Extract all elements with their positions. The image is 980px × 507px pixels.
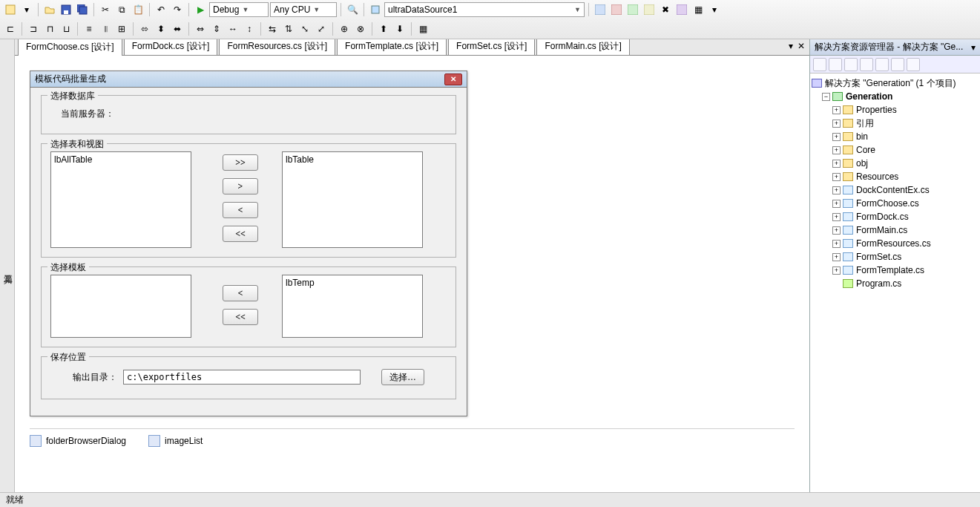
spacing-icon[interactable]: ⇔ (193, 22, 208, 36)
panel-dropdown-icon[interactable]: ▾ (971, 42, 976, 53)
solution-explorer-header[interactable]: 解决方案资源管理器 - 解决方案 "Ge... ▾ (810, 39, 980, 56)
align-left-icon[interactable]: ⊏ (3, 22, 18, 36)
center-icon[interactable]: ⊕ (337, 22, 352, 36)
center-icon[interactable]: ⊗ (353, 22, 368, 36)
button-template-all-left[interactable]: << (223, 309, 258, 325)
size-icon[interactable]: ⬍ (154, 22, 168, 36)
expand-icon[interactable]: + (832, 200, 841, 208)
button-move-all-right[interactable]: >> (223, 154, 258, 171)
tree-row-item[interactable]: +Core (812, 143, 979, 157)
output-dir-input[interactable] (123, 370, 361, 385)
platform-combo[interactable]: Any CPU▼ (270, 2, 337, 17)
form-close-button[interactable]: ✕ (444, 73, 462, 85)
panel-btn-6[interactable] (891, 58, 904, 71)
tab-overflow-icon[interactable]: ▾ (789, 41, 793, 51)
tree-row-item[interactable]: +FormMain.cs (812, 223, 979, 237)
spacing-icon[interactable]: ⇅ (281, 22, 296, 36)
collapse-icon[interactable]: − (822, 93, 830, 101)
expand-icon[interactable]: + (832, 160, 841, 168)
tree-row-item[interactable]: +FormTemplate.cs (812, 264, 979, 277)
order-icon[interactable]: ⬇ (392, 22, 407, 36)
spacing-icon[interactable]: ⇕ (209, 22, 224, 36)
tree-row-item[interactable]: +FormDock.cs (812, 210, 979, 223)
tab-formresources[interactable]: FormResources.cs [设计] (219, 39, 335, 55)
spacing-icon[interactable]: ↕ (242, 22, 257, 36)
cut-icon[interactable]: ✂ (98, 2, 113, 17)
tray-folder-browser-dialog[interactable]: folderBrowserDialog (30, 435, 126, 447)
panel-btn-2[interactable] (829, 58, 842, 71)
tree-row-item[interactable]: +bin (812, 130, 979, 143)
expand-icon[interactable]: + (832, 146, 841, 154)
tree-row-item[interactable]: +FormSet.cs (812, 250, 979, 264)
solution-tree[interactable]: 解决方案 "Generation" (1 个项目) − Generation +… (810, 73, 980, 492)
button-template-left[interactable]: < (223, 285, 258, 301)
tab-formmain[interactable]: FormMain.cs [设计] (536, 39, 629, 55)
save-icon[interactable] (59, 2, 73, 17)
undo-icon[interactable]: ↶ (154, 2, 168, 17)
tab-formdock[interactable]: FormDock.cs [设计] (124, 39, 218, 55)
form-designer-surface[interactable]: 模板代码批量生成 ✕ 选择数据库 当前服务器： 选择表和视图 lbAllTabl… (15, 56, 809, 492)
button-move-left[interactable]: < (223, 202, 258, 218)
toolbox-icon-5[interactable]: ✖ (658, 2, 673, 17)
expand-icon[interactable]: + (832, 213, 841, 221)
toolbox-icon-3[interactable] (625, 2, 640, 17)
expand-icon[interactable]: + (832, 120, 841, 128)
listbox-selected-tables[interactable]: lbTable (282, 151, 423, 248)
redo-icon[interactable]: ↷ (170, 2, 185, 17)
toolbox-icon-6[interactable] (674, 2, 689, 17)
size-icon[interactable]: ⬄ (137, 22, 152, 36)
spacing-icon[interactable]: ⤡ (297, 22, 312, 36)
spacing-icon[interactable]: ⤢ (314, 22, 329, 36)
tree-row-project[interactable]: − Generation (812, 90, 979, 103)
size-icon[interactable]: ⬌ (170, 22, 185, 36)
toolbox-icon-2[interactable] (609, 2, 624, 17)
find-icon[interactable]: 🔍 (345, 2, 360, 17)
form-titlebar[interactable]: 模板代码批量生成 ✕ (30, 71, 467, 88)
config-combo[interactable]: Debug▼ (209, 2, 269, 17)
tree-row-item[interactable]: +FormChoose.cs (812, 197, 979, 210)
tree-row-item[interactable]: +引用 (812, 117, 979, 130)
expand-icon[interactable]: + (832, 240, 841, 248)
expand-icon[interactable]: + (832, 266, 841, 275)
align-icon[interactable]: ⊔ (59, 22, 73, 36)
toolbox-icon-7[interactable]: ▦ (691, 2, 706, 17)
toolbox-strip[interactable]: 工具箱 (0, 39, 15, 492)
tab-formset[interactable]: FormSet.cs [设计] (448, 39, 535, 55)
save-all-icon[interactable] (75, 2, 90, 17)
tree-row-item[interactable]: Program.cs (812, 277, 979, 290)
start-debug-icon[interactable]: ▶ (193, 2, 208, 17)
tab-formchoose[interactable]: FormChoose.cs [设计] (18, 39, 122, 56)
align-icon[interactable]: ⫴ (98, 22, 113, 36)
dropdown-icon[interactable]: ▾ (707, 2, 722, 17)
panel-btn-5[interactable] (875, 58, 889, 71)
paste-icon[interactable]: 📋 (131, 2, 145, 17)
expand-icon[interactable]: + (832, 253, 841, 261)
tree-row-item[interactable]: +obj (812, 157, 979, 170)
spacing-icon[interactable]: ↔ (226, 22, 240, 36)
align-icon[interactable]: ≡ (82, 22, 96, 36)
expand-icon[interactable]: + (832, 106, 841, 114)
expand-icon[interactable]: + (832, 226, 841, 235)
panel-btn-1[interactable] (813, 58, 826, 71)
tree-row-item[interactable]: +FormResources.cs (812, 237, 979, 250)
align-icon[interactable]: ⊓ (42, 22, 57, 36)
panel-btn-7[interactable] (907, 58, 920, 71)
tab-order-icon[interactable]: ▦ (415, 22, 430, 36)
button-move-right[interactable]: > (223, 178, 258, 194)
listbox-all-tables[interactable]: lbAllTable (50, 151, 191, 248)
spacing-icon[interactable]: ⇆ (265, 22, 280, 36)
toolbox-icon-1[interactable] (593, 2, 608, 17)
component-icon[interactable] (368, 2, 383, 17)
tree-row-item[interactable]: +DockContentEx.cs (812, 183, 979, 197)
open-icon[interactable] (42, 2, 57, 17)
listbox-template-left[interactable] (50, 275, 191, 338)
browse-button[interactable]: 选择… (381, 369, 424, 385)
datasource-combo[interactable]: ultraDataSource1▼ (384, 2, 585, 17)
panel-btn-4[interactable] (860, 58, 873, 71)
tray-image-list[interactable]: imageList (148, 435, 203, 447)
tab-close-icon[interactable]: ✕ (798, 41, 805, 51)
dropdown-icon[interactable]: ▾ (19, 2, 34, 17)
expand-icon[interactable]: + (832, 133, 841, 141)
toolbox-icon-4[interactable] (642, 2, 657, 17)
listbox-template-right[interactable]: lbTemp (282, 275, 423, 338)
